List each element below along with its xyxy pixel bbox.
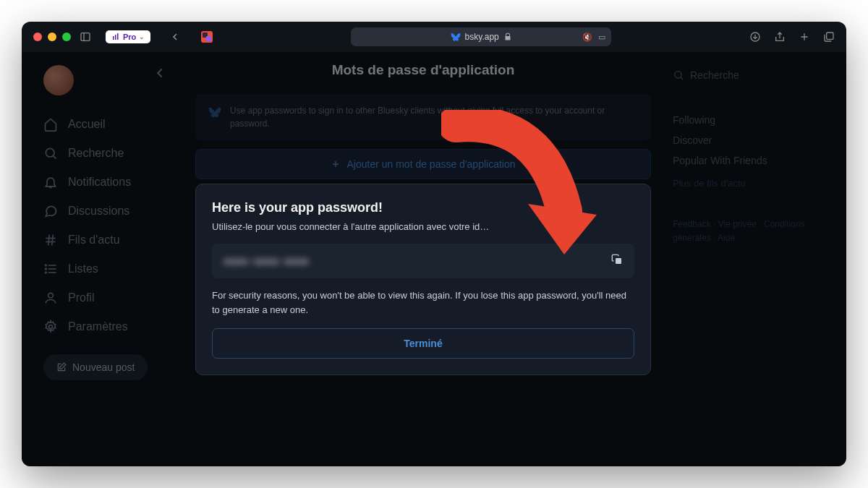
search-placeholder: Recherche xyxy=(690,69,739,81)
lock-icon xyxy=(503,33,512,41)
search-icon xyxy=(43,146,58,160)
right-panel: Recherche Following Discover Popular Wit… xyxy=(673,52,846,466)
minimize-window-button[interactable] xyxy=(48,33,56,41)
sidebar-item-label: Discussions xyxy=(68,205,129,218)
done-button[interactable]: Terminé xyxy=(212,328,634,359)
svg-point-27 xyxy=(675,72,681,78)
sidebar-item-profile[interactable]: Profil xyxy=(43,283,174,312)
password-display: xxxx-xxxx-xxxx xyxy=(212,244,634,278)
footer-links: Feedback · Vie privée · Conditions génér… xyxy=(673,218,825,245)
feed-item-following[interactable]: Following xyxy=(673,110,825,130)
copy-button[interactable] xyxy=(611,254,623,268)
address-bar-container: bsky.app 🔇 ▭ xyxy=(218,27,744,46)
address-bar[interactable]: bsky.app 🔇 ▭ xyxy=(351,27,611,46)
svg-point-21 xyxy=(46,272,47,273)
footer-privacy[interactable]: Vie privée xyxy=(718,219,757,229)
search-box[interactable]: Recherche xyxy=(673,69,825,81)
toolbar-right xyxy=(749,31,835,43)
bell-icon xyxy=(43,175,58,189)
tabs-icon[interactable] xyxy=(823,31,835,43)
sidebar-item-home[interactable]: Accueil xyxy=(43,110,174,139)
svg-line-11 xyxy=(53,155,56,158)
mute-icon[interactable]: 🔇 xyxy=(582,33,592,42)
svg-point-10 xyxy=(46,148,54,157)
sidebar-item-label: Listes xyxy=(68,262,98,275)
close-window-button[interactable] xyxy=(33,33,42,41)
maximize-window-button[interactable] xyxy=(62,33,71,41)
new-tab-icon[interactable] xyxy=(799,31,810,43)
sidebar-item-feeds[interactable]: Fils d'actu xyxy=(43,226,174,254)
chat-icon xyxy=(43,204,58,218)
reader-icon[interactable]: ▭ xyxy=(598,33,605,42)
sidebar-item-label: Profil xyxy=(68,291,94,304)
app-favicon[interactable] xyxy=(201,31,213,43)
password-text: xxxx-xxxx-xxxx xyxy=(224,255,309,267)
more-feeds-link[interactable]: Plus de fils d'actu xyxy=(673,174,825,193)
dialog-warning: For security reasons, you won't be able … xyxy=(212,288,634,317)
hash-icon xyxy=(43,233,58,247)
svg-line-28 xyxy=(681,77,683,80)
list-icon xyxy=(43,262,58,276)
traffic-lights xyxy=(33,33,71,41)
home-icon xyxy=(43,117,58,132)
dialog-subtitle: Utilisez-le pour vous connecter à l'autr… xyxy=(212,221,634,232)
search-icon xyxy=(673,69,684,81)
svg-rect-4 xyxy=(117,33,119,40)
sidebar-item-label: Paramètres xyxy=(68,320,128,333)
back-button[interactable] xyxy=(152,65,168,84)
svg-line-14 xyxy=(48,235,50,246)
svg-rect-26 xyxy=(616,258,621,264)
main-panel: Mots de passe d'application Use app pass… xyxy=(174,52,673,466)
sidebar-item-lists[interactable]: Listes xyxy=(43,254,174,283)
page-title: Mots de passe d'application xyxy=(195,62,651,78)
gear-icon xyxy=(43,320,58,334)
compose-icon xyxy=(56,362,67,372)
svg-rect-9 xyxy=(827,33,833,39)
sidebar-item-chat[interactable]: Discussions xyxy=(43,197,174,226)
pro-label: Pro xyxy=(123,33,136,41)
footer-feedback[interactable]: Feedback xyxy=(673,219,711,229)
titlebar: Pro ⌄ bsky.app 🔇 ▭ xyxy=(22,22,846,52)
footer-help[interactable]: Aide xyxy=(718,233,735,243)
svg-point-20 xyxy=(46,268,47,270)
bluesky-icon xyxy=(208,106,221,119)
bluesky-icon xyxy=(451,32,461,42)
svg-rect-2 xyxy=(113,36,114,40)
app-password-dialog: Here is your app password! Utilisez-le p… xyxy=(195,184,651,375)
new-post-label: Nouveau post xyxy=(72,361,135,373)
add-button-label: Ajouter un mot de passe d'application xyxy=(346,158,515,170)
dialog-title: Here is your app password! xyxy=(212,200,634,215)
svg-line-15 xyxy=(52,235,54,246)
svg-rect-3 xyxy=(115,35,116,40)
svg-point-19 xyxy=(46,265,47,266)
nav-back-button[interactable] xyxy=(166,28,184,46)
sidebar-item-settings[interactable]: Paramètres xyxy=(43,312,174,341)
address-text: bsky.app xyxy=(465,32,499,42)
feed-item-popular[interactable]: Popular With Friends xyxy=(673,150,825,171)
feed-item-discover[interactable]: Discover xyxy=(673,130,825,150)
info-banner: Use app passwords to sign in to other Bl… xyxy=(195,94,651,140)
svg-point-22 xyxy=(48,293,54,298)
avatar[interactable] xyxy=(43,65,74,95)
chevron-down-icon: ⌄ xyxy=(139,33,145,40)
download-icon[interactable] xyxy=(749,31,761,43)
sidebar-item-notifications[interactable]: Notifications xyxy=(43,168,174,197)
share-icon[interactable] xyxy=(774,31,786,43)
new-post-button[interactable]: Nouveau post xyxy=(43,354,148,380)
add-app-password-button[interactable]: Ajouter un mot de passe d'application xyxy=(195,149,651,179)
sidebar-item-label: Recherche xyxy=(68,147,124,160)
sidebar-item-search[interactable]: Recherche xyxy=(43,139,174,168)
copy-icon xyxy=(611,254,623,265)
sidebar-item-label: Fils d'actu xyxy=(68,234,120,247)
sidebar-item-label: Accueil xyxy=(68,118,106,131)
content-area: Accueil Recherche Notifications Discussi… xyxy=(22,52,846,466)
plus-icon xyxy=(331,159,341,169)
sidebar-item-label: Notifications xyxy=(68,176,131,189)
svg-point-23 xyxy=(49,325,53,329)
svg-rect-0 xyxy=(81,33,90,41)
browser-window: Pro ⌄ bsky.app 🔇 ▭ xyxy=(22,22,846,466)
sidebar-toggle-icon[interactable] xyxy=(77,28,94,46)
user-icon xyxy=(43,291,58,305)
pro-badge[interactable]: Pro ⌄ xyxy=(106,30,150,43)
sidebar: Accueil Recherche Notifications Discussi… xyxy=(22,52,174,466)
